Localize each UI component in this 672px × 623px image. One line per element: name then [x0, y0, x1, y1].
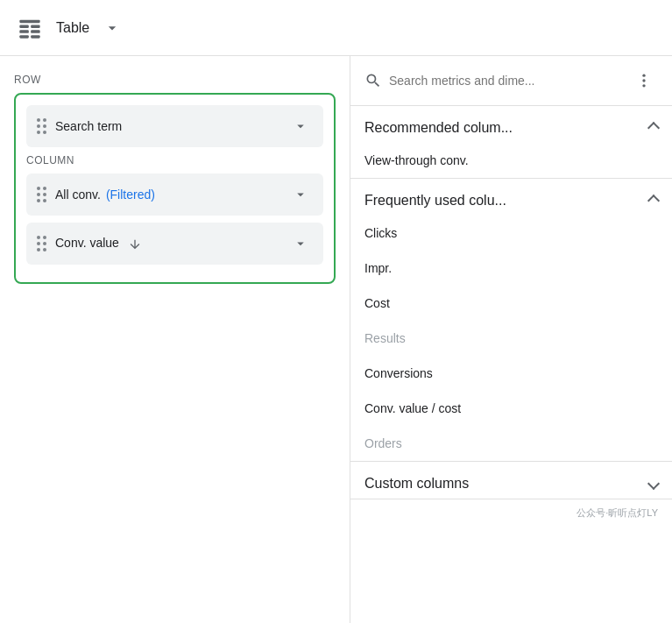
search-term-row-item[interactable]: Search term — [26, 105, 323, 147]
svg-point-7 — [642, 74, 645, 77]
drag-dot — [37, 199, 40, 202]
frequently-used-columns-title: Frequently used colu... — [364, 193, 506, 209]
column-section-label: Column — [26, 154, 323, 166]
filtered-tag: (Filtered) — [106, 188, 155, 202]
custom-columns-section: Custom columns — [350, 462, 672, 499]
header-title: Table — [56, 20, 89, 36]
drag-dot — [37, 124, 40, 128]
conv-value-cost-item[interactable]: Conv. value / cost — [350, 391, 672, 426]
drag-dot — [37, 236, 40, 239]
left-panel: Row — [0, 56, 350, 623]
table-visualization-icon — [14, 12, 46, 44]
custom-columns-header[interactable]: Custom columns — [350, 462, 672, 499]
drag-dot — [43, 124, 46, 128]
right-panel: Recommended colum... View-through conv. … — [350, 56, 672, 623]
drag-dot — [37, 242, 40, 245]
drag-handle[interactable] — [37, 187, 46, 202]
drag-dot — [43, 199, 46, 202]
svg-rect-6 — [31, 35, 39, 39]
all-conv-label: All conv.(Filtered) — [55, 188, 288, 202]
header-dropdown-button[interactable] — [100, 16, 124, 40]
svg-rect-3 — [19, 30, 28, 33]
search-icon — [364, 72, 382, 89]
drag-dot — [37, 248, 40, 251]
drag-dot — [43, 187, 46, 190]
drag-dot — [37, 193, 40, 196]
search-input-wrapper — [364, 72, 623, 89]
frequently-used-columns-header[interactable]: Frequently used colu... — [350, 179, 672, 216]
header: Table — [0, 0, 672, 56]
drag-dot — [43, 193, 46, 196]
frequently-used-collapse-icon — [649, 194, 658, 208]
recommended-collapse-icon — [649, 121, 658, 135]
header-left: Table — [14, 12, 658, 44]
sort-descending-icon — [128, 236, 142, 250]
conversions-item[interactable]: Conversions — [350, 356, 672, 391]
frequently-used-columns-section: Frequently used colu... Clicks Impr. Cos… — [350, 179, 672, 462]
results-item: Results — [350, 321, 672, 356]
svg-rect-0 — [19, 19, 39, 23]
drag-handle[interactable] — [37, 236, 46, 251]
watermark: 公众号·昕听点灯LY — [350, 499, 672, 527]
recommended-columns-header[interactable]: Recommended colum... — [350, 106, 672, 143]
conv-value-column-item[interactable]: Conv. value — [26, 223, 323, 265]
drag-dot — [43, 118, 46, 122]
drag-dot — [37, 118, 40, 122]
search-term-label: Search term — [55, 119, 288, 133]
recommended-columns-title: Recommended colum... — [364, 120, 513, 136]
svg-point-9 — [642, 84, 645, 87]
svg-rect-2 — [31, 25, 39, 28]
conv-value-dropdown-button[interactable] — [288, 231, 313, 256]
recommended-columns-section: Recommended colum... View-through conv. — [350, 106, 672, 179]
row-section-label: Row — [14, 74, 336, 86]
main-content: Row — [0, 56, 672, 623]
search-metrics-input[interactable] — [389, 74, 623, 88]
conv-value-label: Conv. value — [55, 236, 288, 251]
column-section: Column — [26, 154, 323, 265]
drag-handle[interactable] — [37, 118, 46, 134]
svg-rect-5 — [19, 35, 28, 39]
more-options-button[interactable] — [630, 67, 658, 95]
svg-point-8 — [642, 79, 645, 81]
green-selection-box: Search term Column — [14, 93, 336, 284]
search-bar — [350, 56, 672, 106]
drag-dot — [43, 131, 46, 134]
clicks-item[interactable]: Clicks — [350, 216, 672, 251]
search-term-dropdown-button[interactable] — [288, 114, 313, 138]
view-through-conv-item[interactable]: View-through conv. — [350, 143, 672, 178]
drag-dot — [43, 236, 46, 239]
row-items-container: Search term — [26, 105, 323, 147]
drag-dot — [43, 248, 46, 251]
all-conv-dropdown-button[interactable] — [288, 182, 313, 207]
orders-item: Orders — [350, 426, 672, 461]
drag-dot — [37, 187, 40, 190]
svg-rect-4 — [31, 30, 39, 33]
custom-columns-expand-icon — [649, 477, 658, 491]
svg-rect-1 — [19, 25, 28, 28]
all-conv-column-item[interactable]: All conv.(Filtered) — [26, 173, 323, 216]
cost-item[interactable]: Cost — [350, 286, 672, 321]
drag-dot — [37, 131, 40, 134]
drag-dot — [43, 242, 46, 245]
impr-item[interactable]: Impr. — [350, 251, 672, 286]
custom-columns-title: Custom columns — [364, 476, 469, 492]
